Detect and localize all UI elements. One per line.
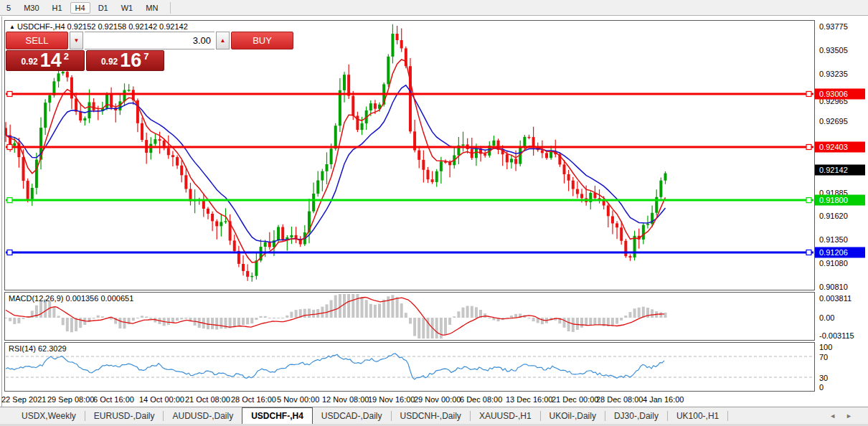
chart-ohlc-quotes: 0.92152 0.92158 0.92142 0.92142 [67,22,188,31]
timeframe-toolbar: 5 M30 H1 H4 D1 W1 MN [0,0,868,16]
sell-price-point: 2 [64,51,69,62]
price-axis-tick: 0.93235 [819,70,848,78]
tf-w1[interactable]: W1 [116,2,138,14]
rsi-axis-70: 70 [819,353,828,361]
tf-m5[interactable]: 5 [1,2,16,14]
buy-price-display[interactable]: 0.92 16 7 [86,50,165,71]
mt4-window: 5 M30 H1 H4 D1 W1 MN ▲USDCHF-,H4 0.92152… [0,0,868,426]
price-axis-tick: 0.93505 [819,46,848,55]
tf-m30[interactable]: M30 [19,2,44,14]
volume-input[interactable] [85,32,214,49]
current-price-label: 0.92142 [815,165,865,176]
time-axis-label: 28 Oct 16:00 [231,395,276,404]
macd-axis-zero: 0.00 [819,313,834,322]
tf-mn[interactable]: MN [141,2,163,14]
buy-price-point: 7 [143,51,148,62]
macd-indicator-pane[interactable]: MACD(12,26,9) 0.001356 0.000651 [4,292,815,341]
time-axis-label: 21 Dec 00:00 [552,395,598,404]
support-line-price-label: 0.91206 [815,247,865,258]
price-axis-tick: 0.91350 [819,235,848,244]
time-axis-label: 21 Oct 08:00 [185,395,230,404]
price-axis-tick: 0.92695 [819,117,848,126]
time-axis-label: 22 Sep 2021 [1,395,46,404]
price-axis-tick: 0.91620 [819,212,848,220]
chart-header: ▲USDCHF-,H4 0.92152 0.92158 0.92142 0.92… [9,22,188,31]
buy-button[interactable]: BUY [231,32,293,49]
tab-scroll-arrows: ◄ ► [829,407,868,424]
time-axis-label: 6 Dec 08:00 [460,395,502,404]
tab-xauusd-h1[interactable]: XAUUSD-,H1 [471,407,540,424]
time-axis-label: 4 Jan 16:00 [643,395,684,404]
rsi-indicator-pane[interactable]: RSI(14) 62.3029 [4,342,815,392]
volume-decrease-button[interactable]: ▼ [70,32,83,49]
tab-usdchf-h4[interactable]: USDCHF-,H4 [242,407,313,424]
resistance-line-price-label: 0.92403 [815,142,865,153]
time-axis-label: 29 Nov 00:00 [414,395,461,404]
tab-audusd-daily[interactable]: AUDUSD-,Daily [164,407,242,424]
volume-increase-button[interactable]: ▲ [216,32,230,49]
one-click-trade-panel: SELL ▼ ▲ BUY 0.92 14 2 0.92 16 7 [6,32,164,72]
buy-price-pips: 16 [120,52,141,70]
tab-ukoil-daily[interactable]: UKOil-,Daily [541,407,605,424]
tab-usdcad-daily[interactable]: USDCAD-,Daily [313,407,391,424]
chart-symbol: USDCHF-,H4 [17,22,65,31]
time-axis-label: 13 Dec 16:00 [506,395,552,404]
sell-button[interactable]: SELL [6,32,68,49]
tf-h1[interactable]: H1 [47,2,67,14]
rsi-chart[interactable] [5,343,814,391]
time-axis-label: 28 Dec 08:00 [596,395,643,404]
price-axis-tick: 0.93775 [819,22,848,31]
rsi-label: RSI(14) 62.3029 [9,344,67,353]
time-axis-label: 5 Nov 00:00 [277,395,319,404]
rsi-axis-100: 100 [819,343,832,351]
tab-eurusd-daily[interactable]: EURUSD-,Daily [85,407,164,424]
sell-price-base: 0.92 [21,57,37,70]
buy-price-base: 0.92 [101,57,118,70]
tab-usdcnh-daily[interactable]: USDCNH-,Daily [392,407,470,424]
price-axis-tick: 0.90810 [819,283,848,291]
tab-uk100-h1[interactable]: UK100-,H1 [668,407,727,424]
time-axis-label: 29 Sep 08:00 [47,395,94,404]
sell-price-pips: 14 [40,52,62,70]
time-axis-label: 14 Oct 00:00 [139,395,184,404]
time-axis-label: 12 Nov 08:00 [322,395,369,404]
tf-d1[interactable]: D1 [93,2,113,14]
rsi-axis-0: 0 [819,383,824,392]
tab-usdx-weekly[interactable]: USDX,Weekly [13,407,85,424]
macd-axis-max: 0.003811 [819,294,852,303]
price-axis-tick: 0.91080 [819,259,848,268]
macd-label: MACD(12,26,9) 0.001356 0.000651 [9,294,133,303]
tab-dj30-daily[interactable]: DJ30-,Daily [605,407,667,424]
support-line-price-label: 0.91800 [815,195,865,206]
expand-arrow-icon[interactable]: ▲ [9,24,15,30]
tab-scroll-left-icon[interactable]: ◄ [829,412,836,420]
toolbar-separator [170,2,171,14]
time-axis-label: 6 Oct 16:00 [93,395,134,404]
sell-price-display[interactable]: 0.92 14 2 [6,50,85,71]
window-left-border [1,16,2,424]
macd-axis-min: -0.003115 [819,331,854,340]
tf-h4[interactable]: H4 [70,2,90,14]
chart-tab-bar: USDX,Weekly EURUSD-,Daily AUDUSD-,Daily … [0,407,868,424]
time-axis-label: 19 Nov 16:00 [368,395,415,404]
resistance-line-price-label: 0.93006 [815,89,865,100]
tab-scroll-right-icon[interactable]: ► [846,412,852,420]
rsi-axis-30: 30 [819,374,828,382]
